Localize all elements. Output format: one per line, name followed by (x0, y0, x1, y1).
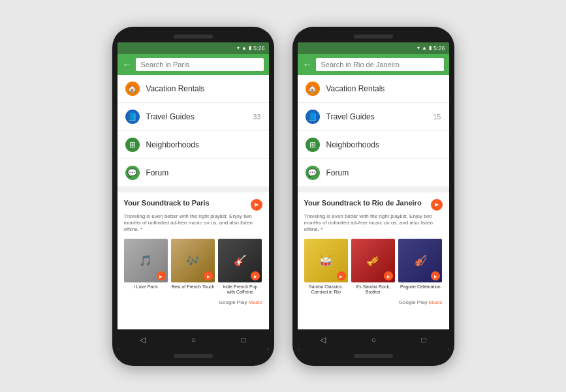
signal-icon-rio: ▾ (417, 45, 420, 51)
album-name-1-paris: I Love Paris (124, 284, 168, 290)
search-bar-paris: ← (118, 54, 269, 75)
album-cover-2-paris: 🎶 ▶ (171, 239, 215, 282)
google-play-label-paris: Google Play Music (219, 299, 262, 305)
back-arrow-rio[interactable]: ← (303, 59, 312, 70)
travel-count-rio: 15 (433, 113, 441, 121)
album-play-1-paris[interactable]: ▶ (157, 271, 166, 280)
menu-item-travel-paris[interactable]: 📘 Travel Guides 33 (118, 103, 269, 131)
music-title-paris: Your Soundtrack to Paris (124, 199, 210, 207)
google-play-music-rio: Music (429, 299, 443, 305)
menu-item-travel-rio[interactable]: 📘 Travel Guides 15 (298, 103, 449, 131)
menu-list-rio: 🏠 Vacation Rentals 📘 Travel Guides 15 ⊞ … (298, 75, 449, 187)
album-name-2-paris: Best of French Touch (171, 284, 215, 290)
neighborhoods-icon-paris: ⊞ (125, 138, 140, 152)
album-play-1-rio[interactable]: ▶ (337, 271, 346, 280)
phone-screen-paris: ▾ ▲ ▮ 5:26 ← 🏠 Vacation Rentals 📘 (118, 42, 269, 350)
travel-label-rio: Travel Guides (326, 112, 427, 121)
wifi-icon: ▲ (242, 45, 247, 51)
album-cover-1-paris: 🎵 ▶ (124, 239, 168, 282)
forum-icon-paris: 💬 (125, 166, 140, 180)
signal-icon: ▾ (237, 45, 240, 51)
menu-item-neighborhoods-rio[interactable]: ⊞ Neighborhoods (298, 131, 449, 159)
search-bar-rio: ← (298, 54, 449, 75)
vacation-label-rio: Vacation Rentals (326, 84, 441, 93)
album-name-2-rio: It's Samba Rock, Brother (351, 284, 395, 295)
menu-item-vacation-paris[interactable]: 🏠 Vacation Rentals (118, 75, 269, 103)
music-desc-rio: Traveling is even better with the right … (304, 213, 443, 234)
google-play-label-rio: Google Play Music (399, 299, 443, 305)
menu-item-neighborhoods-paris[interactable]: ⊞ Neighborhoods (118, 131, 269, 159)
divider-paris (118, 187, 269, 192)
nav-back-rio[interactable]: ◁ (320, 335, 326, 344)
music-card-paris: Your Soundtrack to Paris ▶ Traveling is … (118, 192, 269, 329)
menu-item-forum-rio[interactable]: 💬 Forum (298, 159, 449, 187)
search-input-paris[interactable] (136, 58, 264, 71)
music-play-button-paris[interactable]: ▶ (251, 199, 262, 211)
nav-back-paris[interactable]: ◁ (140, 335, 146, 344)
phone-screen-rio: ▾ ▲ ▮ 5:26 ← 🏠 Vacation Rentals 📘 (298, 42, 449, 350)
album-item-1-rio[interactable]: 🥁 ▶ Samba Classics: Carnival in Rio (304, 239, 348, 295)
phone-paris: ▾ ▲ ▮ 5:26 ← 🏠 Vacation Rentals 📘 (112, 27, 274, 366)
menu-item-vacation-rio[interactable]: 🏠 Vacation Rentals (298, 75, 449, 103)
forum-label-paris: Forum (146, 168, 261, 177)
phone-top-notch-rio (354, 35, 393, 38)
album-name-1-rio: Samba Classics: Carnival in Rio (304, 284, 348, 295)
nav-recent-rio[interactable]: □ (422, 335, 426, 344)
music-footer-paris: Google Play Music (124, 299, 262, 305)
google-play-music-paris: Music (249, 299, 262, 305)
album-name-3-rio: Pagode Celebration (398, 284, 442, 290)
nav-home-rio[interactable]: ○ (371, 335, 376, 344)
phone-bottom-bar-rio (354, 354, 393, 358)
nav-recent-paris[interactable]: □ (242, 335, 246, 344)
album-cover-2-rio: 🎺 ▶ (351, 239, 395, 282)
album-cover-3-paris: 🎸 ▶ (218, 239, 262, 282)
vacation-icon-rio: 🏠 (306, 82, 320, 96)
music-albums-paris: 🎵 ▶ I Love Paris 🎶 ▶ Best of French Touc… (124, 239, 262, 295)
music-albums-rio: 🥁 ▶ Samba Classics: Carnival in Rio 🎺 ▶ … (304, 239, 443, 295)
travel-count-paris: 33 (253, 113, 260, 121)
status-time-rio: 5:26 (433, 45, 445, 52)
album-cover-3-rio: 🎻 ▶ (398, 239, 442, 282)
forum-icon-rio: 💬 (306, 166, 320, 180)
phone-top-notch-paris (174, 35, 213, 38)
status-time-paris: 5:26 (253, 45, 265, 52)
album-item-3-rio[interactable]: 🎻 ▶ Pagode Celebration (398, 239, 442, 295)
album-item-3-paris[interactable]: 🎸 ▶ Indie French Pop with Caffeine (218, 239, 262, 295)
status-icons-paris: ▾ ▲ ▮ 5:26 (237, 45, 264, 52)
album-item-2-paris[interactable]: 🎶 ▶ Best of French Touch (171, 239, 215, 295)
vacation-label-paris: Vacation Rentals (146, 84, 261, 93)
travel-icon-paris: 📘 (125, 110, 140, 124)
music-play-button-rio[interactable]: ▶ (431, 199, 443, 211)
battery-icon: ▮ (249, 45, 251, 51)
nav-home-paris[interactable]: ○ (191, 335, 196, 344)
music-card-header-rio: Your Soundtrack to Rio de Janeiro ▶ (304, 199, 443, 211)
divider-rio (298, 187, 449, 192)
phone-bottom-bar-paris (174, 354, 213, 358)
music-card-header-paris: Your Soundtrack to Paris ▶ (124, 199, 262, 211)
travel-icon-rio: 📘 (306, 110, 320, 124)
travel-label-paris: Travel Guides (146, 112, 247, 121)
neighborhoods-icon-rio: ⊞ (306, 138, 320, 152)
menu-item-forum-paris[interactable]: 💬 Forum (118, 159, 269, 187)
status-bar-paris: ▾ ▲ ▮ 5:26 (118, 42, 269, 54)
nav-bar-rio: ◁ ○ □ (298, 329, 449, 350)
music-desc-paris: Traveling is even better with the right … (124, 213, 262, 234)
album-item-1-paris[interactable]: 🎵 ▶ I Love Paris (124, 239, 168, 295)
menu-list-paris: 🏠 Vacation Rentals 📘 Travel Guides 33 ⊞ … (118, 75, 269, 187)
vacation-icon-paris: 🏠 (125, 82, 140, 96)
main-container: ▾ ▲ ▮ 5:26 ← 🏠 Vacation Rentals 📘 (112, 27, 454, 366)
album-item-2-rio[interactable]: 🎺 ▶ It's Samba Rock, Brother (351, 239, 395, 295)
battery-icon-rio: ▮ (429, 45, 432, 51)
phone-rio: ▾ ▲ ▮ 5:26 ← 🏠 Vacation Rentals 📘 (292, 27, 454, 366)
status-icons-rio: ▾ ▲ ▮ 5:26 (417, 45, 445, 52)
nav-bar-paris: ◁ ○ □ (118, 329, 269, 350)
search-input-rio[interactable] (316, 58, 444, 71)
status-bar-rio: ▾ ▲ ▮ 5:26 (298, 42, 449, 54)
neighborhoods-label-paris: Neighborhoods (146, 140, 261, 149)
neighborhoods-label-rio: Neighborhoods (326, 140, 441, 149)
back-arrow-paris[interactable]: ← (123, 59, 132, 70)
album-name-3-paris: Indie French Pop with Caffeine (218, 284, 262, 295)
music-footer-rio: Google Play Music (304, 299, 443, 305)
music-card-rio: Your Soundtrack to Rio de Janeiro ▶ Trav… (298, 192, 449, 329)
forum-label-rio: Forum (326, 168, 441, 177)
